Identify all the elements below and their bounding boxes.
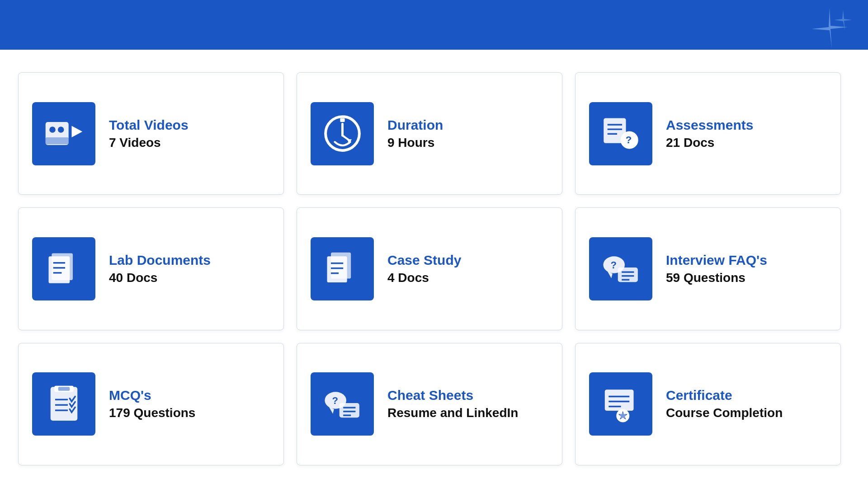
features-grid: Total Videos7 Videos Duration9 Hours ? A…	[0, 50, 868, 488]
svg-rect-22	[327, 257, 347, 283]
feature-card-cheat-sheets: ? Cheat SheetsResume and LinkedIn	[297, 343, 562, 465]
lab-documents-label: Lab Documents	[109, 253, 211, 268]
svg-text:?: ?	[332, 394, 338, 406]
svg-rect-46	[604, 389, 633, 411]
certificate-label: Certificate	[666, 388, 783, 403]
feature-card-duration: Duration9 Hours	[297, 72, 562, 195]
interview-faqs-value: 59 Questions	[666, 271, 767, 285]
cheat-sheets-value: Resume and LinkedIn	[387, 406, 518, 420]
cheat-sheets-icon: ?	[311, 372, 374, 436]
assessments-icon: ?	[589, 102, 652, 165]
duration-value: 9 Hours	[387, 136, 443, 150]
feature-card-certificate: CertificateCourse Completion	[575, 343, 841, 465]
lab-documents-text: Lab Documents40 Docs	[109, 253, 211, 285]
feature-card-lab-documents: Lab Documents40 Docs	[18, 207, 284, 330]
svg-rect-35	[58, 387, 70, 391]
total-videos-text: Total Videos7 Videos	[109, 117, 189, 150]
svg-rect-17	[48, 257, 70, 284]
svg-rect-6	[340, 118, 344, 122]
feature-card-interview-faqs: ? Interview FAQ's59 Questions	[575, 207, 841, 330]
certificate-value: Course Completion	[666, 406, 783, 420]
case-study-icon	[311, 237, 374, 300]
case-study-label: Case Study	[387, 253, 461, 268]
case-study-value: 4 Docs	[387, 271, 461, 285]
assessments-value: 21 Docs	[666, 136, 753, 150]
feature-card-case-study: Case Study4 Docs	[297, 207, 562, 330]
lab-documents-icon	[32, 237, 95, 300]
duration-text: Duration9 Hours	[387, 117, 443, 150]
assessments-text: Assessments21 Docs	[666, 117, 753, 150]
svg-marker-3	[71, 126, 82, 138]
interview-faqs-label: Interview FAQ's	[666, 253, 767, 268]
svg-point-1	[49, 127, 56, 133]
svg-rect-4	[45, 137, 68, 144]
mcqs-icon	[32, 372, 95, 436]
duration-icon	[311, 102, 374, 165]
case-study-text: Case Study4 Docs	[387, 253, 461, 285]
lab-documents-value: 40 Docs	[109, 271, 211, 285]
svg-point-52	[619, 413, 626, 419]
mcqs-value: 179 Questions	[109, 406, 195, 420]
cheat-sheets-text: Cheat SheetsResume and LinkedIn	[387, 388, 518, 420]
total-videos-value: 7 Videos	[109, 136, 189, 150]
star-decoration	[807, 5, 852, 51]
interview-faqs-text: Interview FAQ's59 Questions	[666, 253, 767, 285]
page-header	[0, 0, 868, 50]
svg-text:?: ?	[610, 259, 617, 271]
interview-faqs-icon: ?	[589, 237, 652, 300]
feature-card-mcqs: MCQ's179 Questions	[18, 343, 284, 465]
cheat-sheets-label: Cheat Sheets	[387, 388, 518, 403]
certificate-text: CertificateCourse Completion	[666, 388, 783, 420]
total-videos-label: Total Videos	[109, 117, 189, 133]
assessments-label: Assessments	[666, 117, 753, 133]
certificate-icon	[589, 372, 652, 436]
svg-point-2	[57, 127, 64, 133]
duration-label: Duration	[387, 117, 443, 133]
svg-text:?: ?	[625, 134, 632, 145]
mcqs-label: MCQ's	[109, 388, 195, 403]
mcqs-text: MCQ's179 Questions	[109, 388, 195, 420]
feature-card-assessments: ? Assessments21 Docs	[575, 72, 841, 195]
feature-card-total-videos: Total Videos7 Videos	[18, 72, 284, 195]
total-videos-icon	[32, 102, 95, 165]
